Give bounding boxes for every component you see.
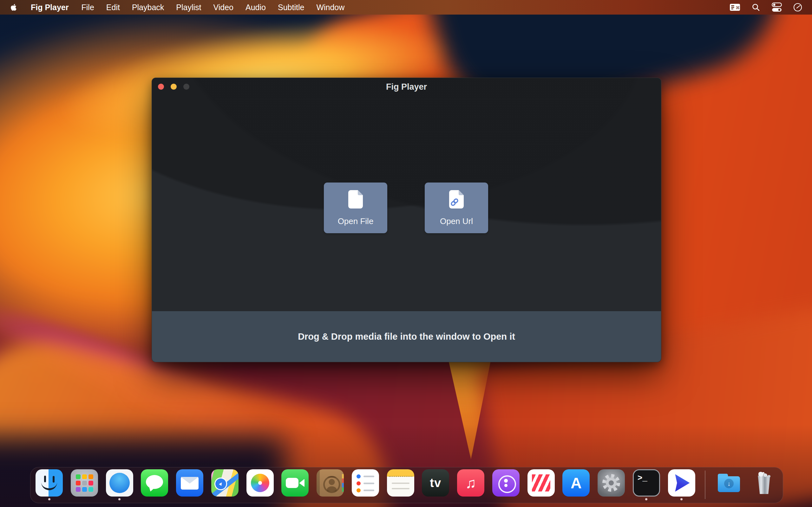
dock-item-safari[interactable] <box>106 469 133 500</box>
drag-drop-hint-text: Drog & Drop media file into the window t… <box>298 331 515 342</box>
window-content <box>152 78 661 312</box>
dock-item-facetime[interactable] <box>281 469 309 500</box>
dock-item-terminal[interactable]: >_ <box>633 469 660 500</box>
running-indicator <box>645 498 647 500</box>
downloads-folder-icon-glyph: ↓ <box>724 479 734 488</box>
dock-item-system-settings[interactable] <box>598 469 625 500</box>
open-file-button[interactable]: Open File <box>324 182 387 233</box>
terminal-icon: >_ <box>633 469 660 497</box>
desktop: Fig Player File Edit Playback Playlist V… <box>0 0 812 507</box>
clock-icon[interactable] <box>792 3 803 12</box>
app-store-icon: A <box>562 469 590 497</box>
apple-menu-icon[interactable] <box>10 3 17 11</box>
mail-icon <box>176 469 203 497</box>
dock-item-trash[interactable] <box>751 469 778 500</box>
podcasts-icon <box>492 469 519 497</box>
music-icon-glyph: ♫ <box>457 469 484 497</box>
window-title: Fig Player <box>152 82 661 92</box>
apple-tv-icon-glyph: tv <box>422 469 449 497</box>
dock-item-maps[interactable] <box>211 469 239 500</box>
dock: tv♫A>_↓ <box>30 467 783 503</box>
menu-edit[interactable]: Edit <box>106 3 120 12</box>
menu-audio[interactable]: Audio <box>246 3 266 12</box>
finder-icon <box>36 469 63 497</box>
keyboard-input-icon[interactable]: ⌘ <box>729 3 740 12</box>
music-icon: ♫ <box>457 469 484 497</box>
contacts-icon <box>316 469 344 497</box>
open-file-label: Open File <box>338 216 374 226</box>
control-center-icon[interactable] <box>771 3 782 12</box>
maps-icon <box>211 469 239 497</box>
menu-video[interactable]: Video <box>213 3 234 12</box>
dock-item-mail[interactable] <box>176 469 203 500</box>
dock-item-photos[interactable] <box>247 469 274 500</box>
news-icon <box>527 469 555 497</box>
open-url-button[interactable]: Open Url <box>425 182 488 233</box>
search-icon[interactable] <box>751 3 761 12</box>
menu-bar: Fig Player File Edit Playback Playlist V… <box>0 0 812 14</box>
system-settings-icon <box>598 469 625 497</box>
dock-item-app-store[interactable]: A <box>562 469 590 500</box>
dock-item-tv[interactable]: tv <box>422 469 449 500</box>
facetime-icon <box>281 469 309 497</box>
dock-item-messages[interactable] <box>141 469 168 500</box>
fig-player-icon <box>668 469 695 497</box>
downloads-folder-icon: ↓ <box>715 469 743 497</box>
document-link-icon <box>449 190 464 210</box>
open-url-label: Open Url <box>440 216 473 226</box>
dock-item-podcasts[interactable] <box>492 469 519 500</box>
reminders-icon <box>352 469 379 497</box>
launchpad-icon <box>71 469 98 497</box>
apple-tv-icon: tv <box>422 469 449 497</box>
menu-window[interactable]: Window <box>316 3 345 12</box>
active-app-name[interactable]: Fig Player <box>31 3 69 12</box>
dock-item-news[interactable] <box>527 469 555 500</box>
menu-playlist[interactable]: Playlist <box>176 3 201 12</box>
dock-item-finder[interactable] <box>36 469 63 500</box>
running-indicator <box>680 498 682 500</box>
menu-subtitle[interactable]: Subtitle <box>278 3 304 12</box>
dock-item-launchpad[interactable] <box>71 469 98 500</box>
photos-icon <box>247 469 274 497</box>
menu-playback[interactable]: Playback <box>132 3 164 12</box>
dock-item-music[interactable]: ♫ <box>457 469 484 500</box>
notes-icon <box>387 469 414 497</box>
messages-icon <box>141 469 168 497</box>
safari-icon <box>106 469 133 497</box>
terminal-icon-glyph: >_ <box>634 470 659 496</box>
dock-item-contacts[interactable] <box>316 469 344 500</box>
app-store-icon-glyph: A <box>562 469 590 497</box>
running-indicator <box>118 498 120 500</box>
drop-zone-footer: Drog & Drop media file into the window t… <box>152 311 661 362</box>
dock-item-fig-player[interactable] <box>668 469 695 500</box>
dock-item-downloads[interactable]: ↓ <box>715 469 743 500</box>
running-indicator <box>48 498 50 500</box>
trash-icon <box>751 469 778 497</box>
menu-items: File Edit Playback Playlist Video Audio … <box>82 3 345 12</box>
svg-text:⌘: ⌘ <box>735 5 740 10</box>
window-title-bar[interactable]: Fig Player <box>152 78 661 96</box>
menu-file[interactable]: File <box>82 3 94 12</box>
document-icon <box>348 190 363 210</box>
dock-item-reminders[interactable] <box>352 469 379 500</box>
fig-player-window: Fig Player Open File <box>152 78 661 362</box>
menu-bar-status-area: ⌘ <box>729 3 803 12</box>
dock-divider <box>705 470 705 499</box>
dock-item-notes[interactable] <box>387 469 414 500</box>
